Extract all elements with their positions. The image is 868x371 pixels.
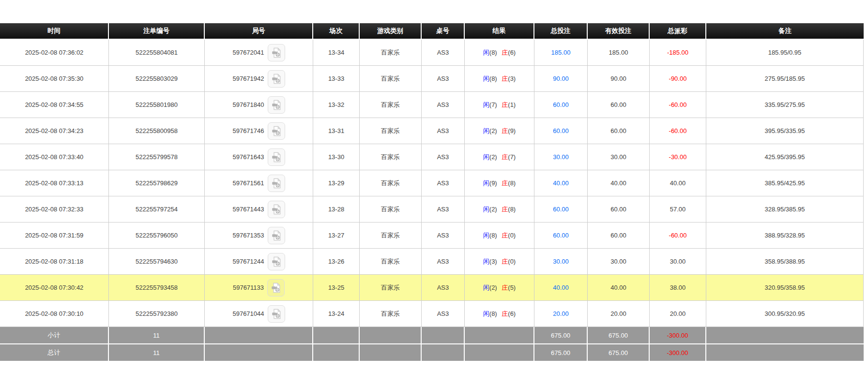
game-type: 百家乐	[360, 196, 422, 223]
total-bet-link[interactable]: 60.00	[534, 92, 588, 118]
player-score: (7)	[489, 101, 497, 108]
table-row[interactable]: 2025-02-08 07:32:33 522255797254 5976714…	[0, 196, 864, 223]
video-replay-button[interactable]	[268, 253, 285, 270]
video-replay-button[interactable]	[268, 175, 285, 192]
total-bet-link[interactable]: 40.00	[534, 275, 588, 301]
video-replay-button[interactable]	[268, 148, 285, 166]
round-cell: 597671942	[205, 66, 313, 92]
subtotal-empty-cell	[422, 327, 465, 344]
video-file-icon	[271, 152, 282, 163]
total-bet-link[interactable]: 30.00	[534, 249, 588, 275]
total-bet-link[interactable]: 60.00	[534, 196, 588, 223]
player-score: (8)	[489, 49, 497, 56]
subtotal-label: 小计	[0, 327, 109, 344]
video-replay-button[interactable]	[268, 227, 285, 244]
player-result-label: 闲	[483, 153, 489, 161]
video-file-icon	[271, 126, 282, 136]
total-empty-cell	[422, 344, 465, 362]
table-row[interactable]: 2025-02-08 07:31:59 522255796050 5976713…	[0, 223, 864, 249]
round-cell: 597671133	[205, 275, 313, 301]
col-header-result: 结果	[465, 23, 534, 40]
bet-id: 522255801980	[109, 92, 205, 118]
total-bet-link[interactable]: 60.00	[534, 223, 588, 249]
bet-time: 2025-02-08 07:30:10	[0, 301, 109, 327]
valid-bet: 20.00	[588, 301, 650, 327]
result: 闲(2) 庄(9)	[465, 118, 534, 144]
total-empty-cell	[313, 344, 360, 362]
video-replay-button[interactable]	[268, 305, 285, 323]
total-bet-link[interactable]: 185.00	[534, 40, 588, 66]
bet-time: 2025-02-08 07:30:42	[0, 275, 109, 301]
result: 闲(8) 庄(0)	[465, 223, 534, 249]
payout: -60.00	[650, 223, 706, 249]
round-cell: 597671561	[205, 170, 313, 196]
payout: 30.00	[650, 249, 706, 275]
col-header-bet-id: 注单编号	[109, 23, 205, 40]
game-type: 百家乐	[360, 275, 422, 301]
table-no: AS3	[422, 301, 465, 327]
valid-bet: 40.00	[588, 275, 650, 301]
video-replay-button[interactable]	[268, 122, 285, 140]
col-header-payout: 总派彩	[650, 23, 706, 40]
session-no: 13-33	[313, 66, 360, 92]
total-bet-link[interactable]: 30.00	[534, 144, 588, 170]
remark: 385.95/425.95	[706, 170, 864, 196]
video-replay-button[interactable]	[268, 201, 285, 218]
player-score: (2)	[489, 127, 497, 134]
table-row[interactable]: 2025-02-08 07:36:02 522255804081 5976720…	[0, 40, 864, 66]
total-bet-link[interactable]: 40.00	[534, 170, 588, 196]
table-row[interactable]: 2025-02-08 07:35:30 522255803029 5976719…	[0, 66, 864, 92]
payout: -60.00	[650, 92, 706, 118]
subtotal-empty-cell	[465, 327, 534, 344]
remark: 358.95/388.95	[706, 249, 864, 275]
round-id: 597671746	[232, 127, 264, 134]
banker-result-label: 庄	[502, 153, 508, 161]
video-replay-button[interactable]	[268, 44, 285, 61]
table-row[interactable]: 2025-02-08 07:30:10 522255792380 5976710…	[0, 301, 864, 327]
subtotal-remark	[706, 327, 864, 344]
video-file-icon	[271, 309, 282, 319]
game-type: 百家乐	[360, 40, 422, 66]
total-bet-link[interactable]: 20.00	[534, 301, 588, 327]
game-type: 百家乐	[360, 144, 422, 170]
video-replay-button[interactable]	[268, 70, 285, 88]
bet-time: 2025-02-08 07:33:13	[0, 170, 109, 196]
player-score: (9)	[489, 179, 497, 187]
valid-bet: 40.00	[588, 170, 650, 196]
bet-id: 522255798629	[109, 170, 205, 196]
result: 闲(8) 庄(3)	[465, 66, 534, 92]
banker-result-label: 庄	[502, 284, 508, 291]
banker-result-label: 庄	[502, 75, 508, 82]
video-replay-button[interactable]	[267, 279, 285, 297]
bet-id: 522255799578	[109, 144, 205, 170]
player-result-label: 闲	[483, 232, 489, 239]
table-row[interactable]: 2025-02-08 07:34:55 522255801980 5976718…	[0, 92, 864, 118]
banker-score: (0)	[508, 258, 516, 265]
payout: 38.00	[650, 275, 706, 301]
table-row[interactable]: 2025-02-08 07:33:40 522255799578 5976716…	[0, 144, 864, 170]
player-result-label: 闲	[483, 258, 489, 265]
game-type: 百家乐	[360, 301, 422, 327]
table-row[interactable]: 2025-02-08 07:33:13 522255798629 5976715…	[0, 170, 864, 196]
payout: 20.00	[650, 301, 706, 327]
bet-id: 522255792380	[109, 301, 205, 327]
session-no: 13-32	[313, 92, 360, 118]
total-bet-link[interactable]: 90.00	[534, 66, 588, 92]
table-row[interactable]: 2025-02-08 07:30:42 522255793458 5976711…	[0, 275, 864, 301]
bet-id: 522255796050	[109, 223, 205, 249]
video-replay-button[interactable]	[268, 96, 285, 114]
total-bet-link[interactable]: 60.00	[534, 118, 588, 144]
col-header-total-bet: 总投注	[534, 23, 588, 40]
round-id: 597672041	[232, 49, 264, 56]
payout: -90.00	[650, 66, 706, 92]
table-row[interactable]: 2025-02-08 07:31:18 522255794630 5976712…	[0, 249, 864, 275]
bet-records-panel: 时间 注单编号 局号 场次 游戏类别 桌号 结果 总投注 有效投注 总派彩 备注…	[0, 23, 865, 362]
bet-id: 522255793458	[109, 275, 205, 301]
banker-score: (9)	[508, 127, 516, 134]
table-row[interactable]: 2025-02-08 07:34:23 522255800958 5976717…	[0, 118, 864, 144]
valid-bet: 185.00	[588, 40, 650, 66]
bet-id: 522255797254	[109, 196, 205, 223]
banker-result-label: 庄	[502, 258, 508, 265]
session-no: 13-25	[313, 275, 360, 301]
round-cell: 597671643	[205, 144, 313, 170]
